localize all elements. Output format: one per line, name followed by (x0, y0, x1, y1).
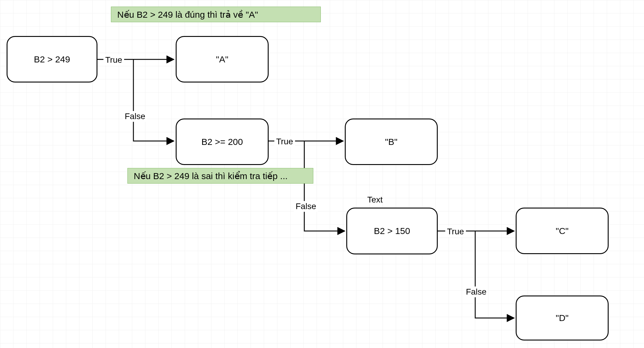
edge-cond2-false (304, 141, 345, 231)
node-result-b-text: "B" (385, 137, 397, 147)
callout-top-text: Nếu B2 > 249 là đúng thì trả về "A" (117, 9, 258, 20)
edge-label-cond3-true: True (445, 226, 466, 237)
edge-label-cond1-true: True (103, 55, 124, 65)
edge-cond3-false (475, 231, 514, 318)
node-result-a[interactable]: "A" (176, 36, 269, 82)
node-result-a-text: "A" (216, 54, 228, 64)
edge-label-cond3-false: False (464, 286, 488, 297)
edge-label-cond1-false: False (123, 111, 147, 122)
node-cond3[interactable]: B2 > 150 (346, 208, 438, 254)
edge-label-cond2-false: False (294, 201, 318, 212)
node-cond1-text: B2 > 249 (34, 54, 70, 64)
callout-middle: Nếu B2 > 249 là sai thì kiểm tra tiếp ..… (127, 168, 313, 184)
diagram-canvas: Nếu B2 > 249 là đúng thì trả về "A" Nếu … (0, 0, 644, 348)
node-result-d-text: "D" (556, 313, 569, 323)
node-cond2-text: B2 >= 200 (201, 137, 243, 147)
node-result-b[interactable]: "B" (345, 118, 438, 165)
node-result-d[interactable]: "D" (516, 296, 609, 340)
node-result-c[interactable]: "C" (516, 208, 609, 254)
edge-label-cond2-true: True (274, 136, 295, 147)
node-cond1[interactable]: B2 > 249 (7, 36, 97, 82)
callout-top: Nếu B2 > 249 là đúng thì trả về "A" (111, 7, 321, 22)
edge-cond1-false (133, 59, 174, 141)
node-cond2[interactable]: B2 >= 200 (176, 118, 269, 165)
node-result-c-text: "C" (556, 226, 569, 236)
free-text-label: Text (367, 195, 383, 205)
node-cond3-text: B2 > 150 (374, 226, 410, 236)
callout-middle-text: Nếu B2 > 249 là sai thì kiểm tra tiếp ..… (134, 171, 288, 181)
